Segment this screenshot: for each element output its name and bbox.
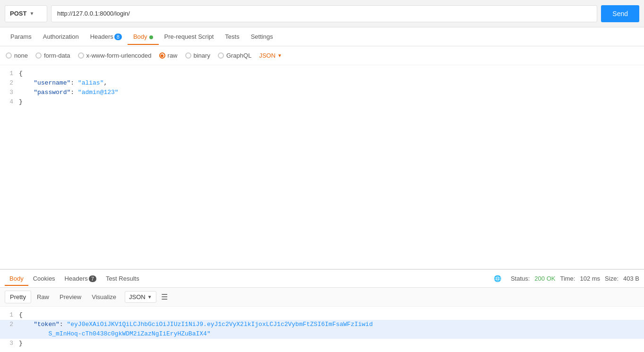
response-headers-badge: 7 [89, 275, 96, 282]
radio-none [6, 52, 12, 59]
body-type-none[interactable]: none [6, 52, 28, 59]
json-format-selector[interactable]: JSON ▼ [259, 52, 282, 59]
response-json-chevron-icon: ▼ [147, 294, 152, 300]
resp-line-3: 3 } [0, 339, 644, 348]
tab-headers[interactable]: Headers8 [85, 28, 128, 45]
response-format-bar: Pretty Raw Preview Visualize JSON ▼ ☰ [0, 288, 644, 307]
headers-badge: 8 [114, 34, 122, 40]
method-selector[interactable]: POST ▼ [5, 5, 47, 22]
response-body: 1 { 2 "token": "eyJ0eXAiOiJKV1QiLCJhbGci… [0, 307, 644, 352]
line-content-4: } [19, 97, 644, 107]
resp-content-3: } [19, 339, 644, 348]
format-raw[interactable]: Raw [32, 291, 54, 303]
line-num-4: 4 [0, 97, 19, 107]
body-type-urlencoded[interactable]: x-www-form-urlencoded [78, 52, 152, 59]
response-meta: 🌐 Status: 200 OK Time: 102 ms Size: 403 … [494, 275, 639, 282]
resp-line-num-3: 3 [0, 339, 19, 348]
send-button[interactable]: Send [601, 5, 639, 22]
code-line-3: 3 "password": "admin@123" [0, 88, 644, 97]
body-type-raw[interactable]: raw [159, 52, 178, 59]
body-type-graphql[interactable]: GraphQL [218, 52, 251, 59]
method-label: POST [10, 10, 26, 17]
body-type-row: none form-data x-www-form-urlencoded raw… [0, 46, 644, 65]
method-chevron-icon: ▼ [29, 11, 34, 16]
code-line-2: 2 "username": "alias", [0, 78, 644, 88]
status-value: 200 OK [534, 275, 555, 282]
url-bar: POST ▼ Send [0, 0, 644, 27]
line-content-3: "password": "admin@123" [19, 88, 644, 97]
response-tab-body[interactable]: Body [5, 271, 28, 286]
code-line-4: 4 } [0, 97, 644, 107]
response-tab-test-results[interactable]: Test Results [101, 271, 144, 286]
line-content-2: "username": "alias", [19, 78, 644, 88]
response-tabs-row: Body Cookies Headers7 Test Results 🌐 Sta… [0, 270, 644, 288]
format-visualize[interactable]: Visualize [87, 291, 121, 303]
json-chevron-icon: ▼ [277, 53, 282, 58]
tab-tests[interactable]: Tests [219, 28, 245, 45]
tab-body[interactable]: Body [128, 28, 159, 45]
radio-raw [159, 52, 165, 59]
response-panel: Body Cookies Headers7 Test Results 🌐 Sta… [0, 269, 644, 352]
radio-urlencoded [78, 52, 84, 59]
radio-form-data [35, 52, 42, 59]
format-preview[interactable]: Preview [55, 291, 86, 303]
tab-settings[interactable]: Settings [245, 28, 279, 45]
line-content-1: { [19, 69, 644, 78]
body-type-form-data[interactable]: form-data [35, 52, 70, 59]
wrap-icon[interactable]: ☰ [161, 292, 168, 301]
resp-content-2b: S_mInHoq-cTh0438c0gkWDM2iZazNgIiEryHZuBa… [19, 329, 644, 339]
radio-binary [185, 52, 191, 59]
body-active-dot [149, 35, 153, 39]
time-value: 102 ms [580, 275, 600, 282]
resp-line-1: 1 { [0, 310, 644, 320]
body-type-binary[interactable]: binary [185, 52, 210, 59]
resp-line-2b: S_mInHoq-cTh0438c0gkWDM2iZazNgIiEryHZuBa… [0, 329, 644, 339]
response-tab-headers[interactable]: Headers7 [60, 271, 101, 286]
line-num-2: 2 [0, 78, 19, 88]
resp-line-2: 2 "token": "eyJ0eXAiOiJKV1QiLCJhbGciOiJI… [0, 320, 644, 329]
tab-authorization[interactable]: Authorization [37, 28, 85, 45]
radio-raw-dot [161, 54, 163, 57]
response-tab-cookies[interactable]: Cookies [28, 271, 60, 286]
tab-params[interactable]: Params [5, 28, 37, 45]
size-value: 403 B [623, 275, 639, 282]
request-body-editor[interactable]: 1 { 2 "username": "alias", 3 "password":… [0, 65, 644, 269]
response-json-selector[interactable]: JSON ▼ [125, 291, 156, 303]
line-num-3: 3 [0, 88, 19, 97]
radio-graphql [218, 52, 224, 59]
line-num-1: 1 [0, 69, 19, 78]
globe-icon: 🌐 [494, 275, 501, 282]
resp-line-num-1: 1 [0, 310, 19, 320]
resp-line-num-2: 2 [0, 320, 19, 329]
tab-prerequest[interactable]: Pre-request Script [159, 28, 220, 45]
format-pretty[interactable]: Pretty [5, 291, 31, 303]
url-input[interactable] [51, 5, 597, 22]
request-tabs: Params Authorization Headers8 Body Pre-r… [0, 27, 644, 46]
resp-content-2: "token": "eyJ0eXAiOiJKV1QiLCJhbGciOiJIUz… [19, 320, 644, 329]
resp-content-1: { [19, 310, 644, 320]
code-line-1: 1 { [0, 69, 644, 78]
